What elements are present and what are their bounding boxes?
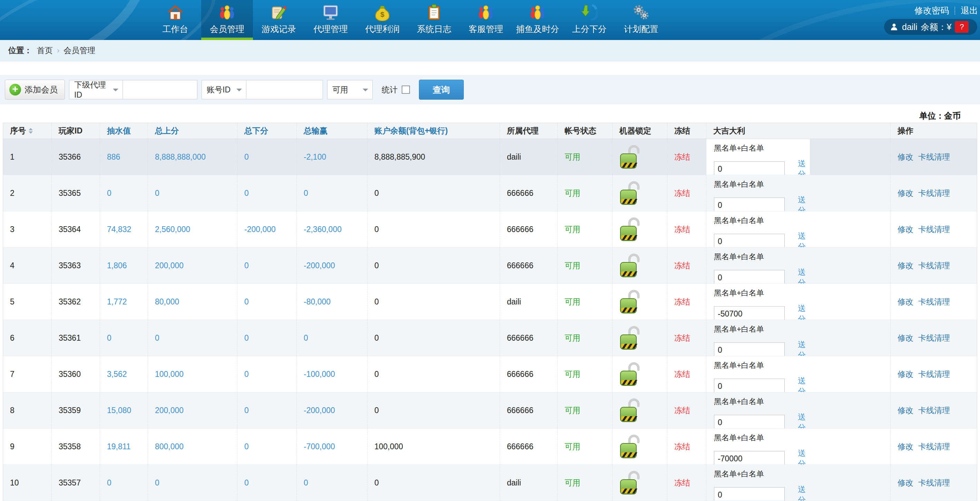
send-score-link[interactable]: 送分	[798, 376, 810, 392]
blacklist-score-input[interactable]	[714, 415, 785, 428]
machine-lock-icon[interactable]	[619, 144, 641, 170]
blacklist-score-input[interactable]	[714, 234, 785, 247]
clear-line-link[interactable]: 卡线清理	[918, 441, 950, 452]
send-score-link[interactable]: 送分	[798, 484, 810, 501]
blacklist-score-input[interactable]	[714, 451, 785, 465]
machine-lock-icon[interactable]	[619, 180, 641, 206]
send-score-link[interactable]: 送分	[798, 267, 810, 284]
edit-link[interactable]: 修改	[897, 188, 913, 198]
column-header-6[interactable]: 总输赢	[297, 123, 368, 139]
send-score-link[interactable]: 送分	[798, 303, 810, 320]
nav-item-agent-profit[interactable]: $代理利润	[356, 0, 408, 40]
nav-item-plan-config[interactable]: 计划配置	[615, 0, 667, 40]
change-password-link[interactable]: 修改密码	[915, 5, 949, 16]
clear-line-link[interactable]: 卡线清理	[918, 188, 950, 198]
balance-badge[interactable]: ?	[955, 21, 969, 33]
cell-operations: 修改卡线清理	[891, 429, 977, 465]
blacklist-score-input[interactable]	[714, 306, 785, 320]
edit-link[interactable]: 修改	[897, 477, 913, 488]
edit-link[interactable]: 修改	[897, 296, 913, 307]
search-button[interactable]: 查询	[419, 80, 464, 100]
machine-lock-icon[interactable]	[619, 361, 641, 387]
freeze-link[interactable]: 冻结	[674, 152, 690, 162]
blacklist-score-input[interactable]	[714, 342, 785, 356]
cell-total-up: 200,000	[148, 247, 237, 284]
clear-line-link[interactable]: 卡线清理	[918, 224, 950, 235]
clear-line-link[interactable]: 卡线清理	[918, 260, 950, 271]
edit-link[interactable]: 修改	[897, 369, 913, 380]
column-header-7[interactable]: 账户余额(背包+银行)	[368, 123, 500, 139]
freeze-link[interactable]: 冻结	[674, 224, 690, 235]
account-id-input[interactable]	[246, 80, 323, 99]
freeze-link[interactable]: 冻结	[674, 477, 690, 488]
blacklist-score-input[interactable]	[714, 270, 785, 284]
edit-link[interactable]: 修改	[897, 224, 913, 235]
freeze-link[interactable]: 冻结	[674, 333, 690, 343]
cell-machine-lock	[612, 392, 667, 428]
clear-line-link[interactable]: 卡线清理	[918, 369, 950, 380]
freeze-link[interactable]: 冻结	[674, 441, 690, 452]
column-header-1[interactable]: 序号	[3, 123, 52, 139]
cell-player-id: 35363	[52, 247, 100, 284]
add-member-button[interactable]: 添加会员	[5, 80, 65, 100]
clear-line-link[interactable]: 卡线清理	[918, 152, 950, 162]
blacklist-score-input[interactable]	[714, 487, 785, 501]
send-score-link[interactable]: 送分	[798, 339, 810, 356]
send-score-link[interactable]: 送分	[798, 448, 810, 465]
agent-id-select[interactable]: 下级代理ID	[69, 80, 123, 99]
cell-agent: 666666	[500, 211, 558, 247]
cell-total-down: 0	[237, 247, 297, 284]
nav-item-members[interactable]: 会员管理	[201, 0, 253, 40]
cell-total-down: 0	[237, 320, 297, 356]
agent-id-input[interactable]	[123, 80, 197, 99]
blacklist-score-input[interactable]	[714, 162, 785, 175]
nav-item-fishing-points[interactable]: 捕鱼及时分	[512, 0, 563, 40]
freeze-link[interactable]: 冻结	[674, 369, 690, 380]
machine-lock-icon[interactable]	[619, 325, 641, 351]
freeze-link[interactable]: 冻结	[674, 296, 690, 307]
edit-link[interactable]: 修改	[897, 441, 913, 452]
column-header-3[interactable]: 抽水值	[100, 123, 148, 139]
freeze-link[interactable]: 冻结	[674, 405, 690, 416]
send-score-link[interactable]: 送分	[798, 412, 810, 428]
clear-line-link[interactable]: 卡线清理	[918, 477, 950, 488]
stats-checkbox[interactable]	[402, 86, 410, 94]
account-id-select[interactable]: 账号ID	[202, 80, 247, 99]
freeze-link[interactable]: 冻结	[674, 188, 690, 198]
column-header-4[interactable]: 总上分	[148, 123, 237, 139]
blacklist-score-input[interactable]	[714, 379, 785, 392]
edit-link[interactable]: 修改	[897, 333, 913, 343]
nav-item-transfer-points[interactable]: 上分下分	[563, 0, 615, 40]
machine-lock-icon[interactable]	[619, 289, 641, 314]
machine-lock-icon[interactable]	[619, 470, 641, 495]
machine-lock-icon[interactable]	[619, 253, 641, 278]
clear-line-link[interactable]: 卡线清理	[918, 405, 950, 416]
clear-line-link[interactable]: 卡线清理	[918, 296, 950, 307]
blacklist-score-input[interactable]	[714, 198, 785, 211]
breadcrumb-home-link[interactable]: 首页	[37, 45, 53, 56]
column-header-5[interactable]: 总下分	[237, 123, 297, 139]
logout-link[interactable]: 退出	[961, 5, 978, 16]
table-row: 5353621,77280,0000-80,0000daili可用 冻结黑名单+…	[3, 284, 977, 320]
nav-item-system-log[interactable]: 系统日志	[408, 0, 460, 40]
machine-lock-icon[interactable]	[619, 398, 641, 423]
edit-link[interactable]: 修改	[897, 152, 913, 162]
edit-link[interactable]: 修改	[897, 260, 913, 271]
clear-line-link[interactable]: 卡线清理	[918, 333, 950, 343]
username: daili	[902, 22, 917, 32]
freeze-link[interactable]: 冻结	[674, 260, 690, 271]
send-score-link[interactable]: 送分	[798, 195, 810, 211]
status-select[interactable]: 可用	[327, 80, 373, 99]
machine-lock-icon[interactable]	[619, 217, 641, 242]
nav-item-game-records[interactable]: 游戏记录	[253, 0, 305, 40]
send-score-link[interactable]: 送分	[798, 231, 810, 247]
edit-link[interactable]: 修改	[897, 405, 913, 416]
nav-item-customer-service[interactable]: 客服管理	[460, 0, 512, 40]
blacklist-whitelist-label: 黑名单+白名单	[714, 288, 810, 298]
send-score-link[interactable]: 送分	[798, 158, 810, 175]
sort-icon[interactable]	[29, 128, 33, 134]
nav-item-home[interactable]: 工作台	[150, 0, 201, 40]
nav-item-agent-manage[interactable]: 代理管理	[305, 0, 356, 40]
machine-lock-icon[interactable]	[619, 434, 641, 459]
column-header-label: 总下分	[244, 125, 268, 136]
